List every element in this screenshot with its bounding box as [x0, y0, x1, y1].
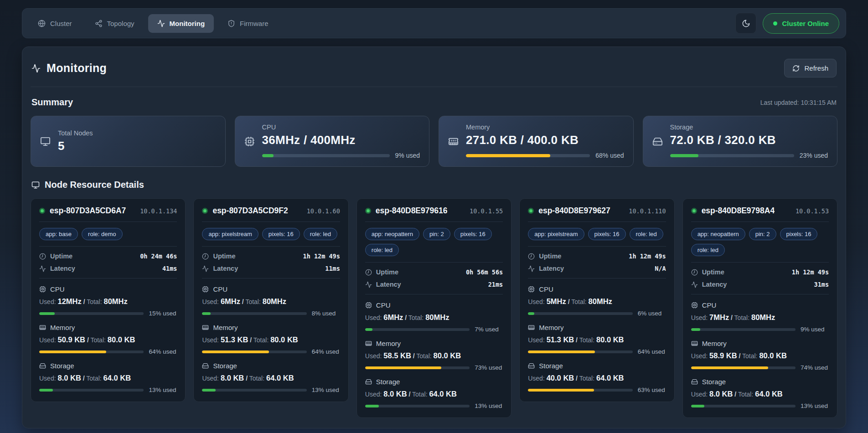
nav-tab-topology[interactable]: Topology [86, 14, 144, 33]
nav-tab-monitoring[interactable]: Monitoring [148, 14, 214, 33]
total-value: 80.0 KB [270, 335, 298, 344]
globe-icon [38, 20, 46, 27]
refresh-button[interactable]: Refresh [784, 59, 837, 77]
summary-card-total-nodes: Total Nodes 5 [31, 116, 226, 167]
resource-name: CPU [50, 285, 65, 293]
nav-tab-firmware[interactable]: Firmware [218, 14, 278, 33]
nodes-section-title-text: Node Resource Details [45, 180, 144, 190]
node-stats: Uptime 1h 12m 49s Latency N/A [528, 253, 666, 272]
last-updated-label: Last updated: 10:31:15 AM [760, 99, 837, 106]
usage-separator: / [413, 352, 415, 360]
percent-used-label: 64% used [149, 348, 177, 355]
cpu-icon [691, 302, 698, 309]
resource-storage: Storage Used: 8.0 KB / Total: 64.0 KB 13… [691, 378, 829, 409]
resource-name: Storage [539, 362, 563, 370]
percent-used-label: 13% used [312, 387, 340, 393]
divider [202, 246, 340, 247]
memory-icon [39, 324, 46, 331]
divider [528, 278, 666, 278]
used-value: 8.0 KB [221, 374, 244, 382]
resource-name: Memory [376, 340, 401, 347]
summary-cards: Total Nodes 5 CPU 36MHz / 400MHz 9% used… [31, 116, 837, 167]
uptime-value: 1h 12m 49s [792, 268, 829, 276]
latency-row: Latency 41ms [39, 265, 177, 272]
usage-separator: / [250, 336, 252, 344]
resource-cpu: CPU Used: 7MHz / Total: 80MHz 9% used [691, 301, 829, 333]
nav-tab-label: Cluster [50, 20, 72, 27]
latency-value: 41ms [162, 265, 177, 272]
node-card: esp-840D8E979627 10.0.1.110 app: pixelst… [519, 198, 674, 402]
total-label: Total: [87, 298, 102, 305]
clock-icon [39, 253, 46, 260]
node-name: esp-840D8E979616 [376, 206, 448, 216]
activity-icon [691, 281, 698, 288]
resource-memory: Memory Used: 51.3 KB / Total: 80.0 KB 64… [202, 324, 340, 355]
node-stats: Uptime 1h 12m 49s Latency 11ms [202, 253, 340, 272]
node-card: esp-807D3A5CD9F2 10.0.1.60 app: pixelstr… [193, 198, 348, 402]
node-tags: app: pixelstreampixels: 16role: led [528, 228, 666, 240]
cluster-status-badge[interactable]: Cluster Online [763, 13, 839, 34]
divider [202, 278, 340, 278]
theme-toggle-button[interactable] [735, 13, 756, 34]
used-value: 51.3 KB [547, 335, 574, 344]
progress-fill [39, 312, 55, 315]
used-label: Used: [691, 314, 708, 321]
resource-storage: Storage Used: 8.0 KB / Total: 64.0 KB 13… [202, 362, 340, 393]
activity-icon [528, 265, 535, 272]
progress-fill [528, 351, 595, 353]
node-tag: app: neopattern [365, 228, 419, 240]
percent-used-label: 13% used [801, 402, 829, 409]
node-ip: 10.0.1.53 [796, 207, 829, 215]
percent-used-label: 73% used [475, 364, 503, 371]
total-label: Total: [738, 391, 753, 398]
uptime-row: Uptime 0h 24m 46s [39, 253, 177, 260]
cpu-icon [244, 136, 255, 147]
monitor-icon [31, 181, 40, 189]
divider [202, 222, 340, 222]
percent-used-label: 7% used [475, 326, 503, 333]
node-tag: app: neopattern [691, 228, 745, 240]
node-name: esp-840D8E9798A4 [702, 206, 775, 216]
cpu-icon [202, 286, 209, 293]
node-ip: 10.0.1.134 [140, 207, 177, 215]
summary-card-progress: 23% used [670, 152, 828, 159]
total-label: Total: [249, 375, 264, 382]
total-value: 64.0 KB [755, 390, 783, 398]
used-value: 50.9 KB [57, 335, 85, 344]
progress-track [202, 351, 306, 353]
used-label: Used: [39, 298, 56, 305]
node-card-header: esp-840D8E979616 10.0.1.55 [365, 206, 503, 216]
nav-right: Cluster Online [735, 13, 839, 34]
used-value: 8.0 KB [383, 390, 407, 398]
activity-icon [31, 64, 41, 73]
memory-icon [448, 136, 459, 147]
latency-row: Latency 11ms [202, 265, 340, 272]
storage-icon [652, 136, 663, 147]
summary-card-cpu: CPU 36MHz / 400MHz 9% used [235, 116, 430, 167]
memory-icon [528, 324, 535, 331]
node-tag: app: pixelstream [528, 228, 584, 240]
percent-used-label: 74% used [801, 364, 829, 371]
resource-name: CPU [376, 301, 391, 309]
uptime-label: Uptime [213, 253, 235, 260]
resource-name: Memory [213, 324, 238, 331]
node-tags: app: pixelstreampixels: 16role: led [202, 228, 340, 240]
clock-icon [365, 269, 372, 276]
total-value: 80.0 KB [596, 335, 624, 344]
percent-used-label: 23% used [800, 152, 828, 159]
node-name: esp-840D8E979627 [538, 206, 610, 216]
activity-icon [202, 265, 209, 272]
percent-used-label: 13% used [149, 387, 177, 393]
node-tag: pixels: 16 [780, 228, 818, 240]
nav-tab-cluster[interactable]: Cluster [29, 14, 81, 33]
progress-track [528, 312, 632, 315]
usage-separator: / [83, 298, 85, 305]
divider [528, 222, 666, 222]
node-tag: app: base [39, 228, 78, 240]
node-stats: Uptime 0h 56m 56s Latency 21ms [365, 268, 503, 288]
progress-track [528, 389, 632, 392]
refresh-icon [792, 65, 800, 72]
node-resources: CPU Used: 12MHz / Total: 80MHz 15% used … [39, 285, 177, 393]
resource-cpu: CPU Used: 6MHz / Total: 80MHz 8% used [202, 285, 340, 317]
cluster-status-label: Cluster Online [782, 20, 829, 27]
